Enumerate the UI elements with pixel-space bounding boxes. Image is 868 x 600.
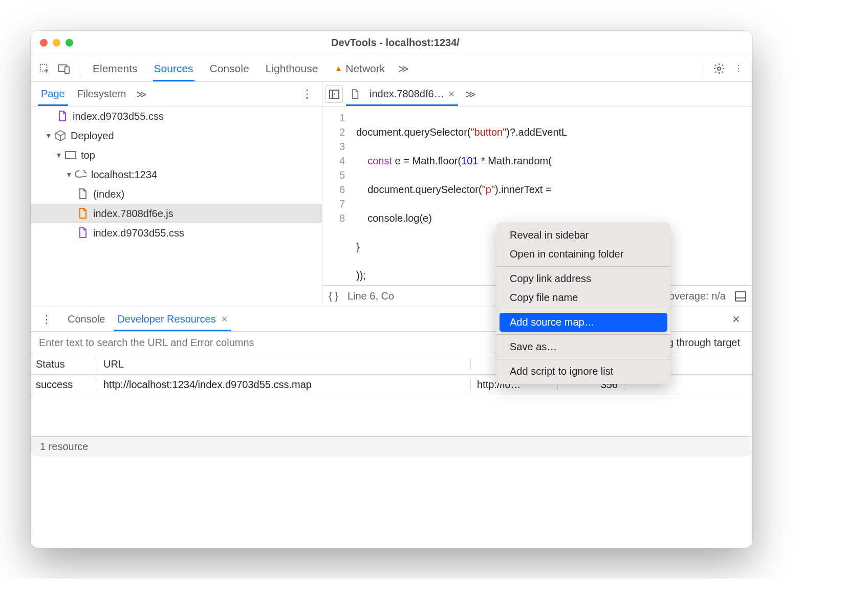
ctx-add-source-map[interactable]: Add source map…: [500, 313, 667, 332]
dock-icon[interactable]: [735, 291, 746, 302]
drawer-tab-console[interactable]: Console: [61, 307, 111, 331]
tree-host[interactable]: ▼ localhost:1234: [31, 165, 322, 184]
maximize-window[interactable]: [66, 39, 73, 47]
svg-rect-7: [735, 292, 746, 301]
filesystem-subtab[interactable]: Filesystem: [71, 82, 133, 106]
coverage-status: Coverage: n/a: [661, 290, 726, 302]
tree-top[interactable]: ▼ top: [31, 145, 322, 165]
toggle-navigator-icon[interactable]: [326, 85, 343, 103]
tab-lighthouse[interactable]: Lighthouse: [258, 55, 326, 81]
file-tree: index.d9703d55.css ▼ Deployed ▼ top ▼ lo…: [31, 106, 322, 307]
traffic-lights: [40, 39, 73, 47]
ctx-open-folder[interactable]: Open in containing folder: [500, 245, 667, 264]
ctx-copy-filename[interactable]: Copy file name: [500, 288, 667, 307]
drawer-menu-icon[interactable]: ⋮: [36, 313, 57, 326]
svg-rect-2: [65, 67, 69, 73]
minimize-window[interactable]: [53, 39, 60, 47]
tab-elements[interactable]: Elements: [85, 55, 145, 81]
tree-js-file[interactable]: index.7808df6e.js: [31, 204, 322, 223]
close-tab-icon[interactable]: ×: [448, 88, 455, 101]
ctx-ignore-list[interactable]: Add script to ignore list: [500, 362, 667, 381]
cursor-position: Line 6, Co: [348, 290, 394, 302]
tree-file-css-top[interactable]: index.d9703d55.css: [31, 106, 322, 126]
inspect-icon[interactable]: [36, 60, 53, 77]
more-file-tabs-icon[interactable]: ≫: [461, 88, 480, 100]
tab-console[interactable]: Console: [203, 55, 256, 81]
svg-rect-4: [66, 152, 76, 159]
tree-index[interactable]: (index): [31, 184, 322, 204]
format-icon[interactable]: { }: [329, 290, 338, 302]
ctx-save-as[interactable]: Save as…: [500, 337, 667, 356]
col-url[interactable]: URL: [97, 358, 471, 370]
gutter: 12345678: [322, 106, 351, 285]
file-tab-index-js[interactable]: index.7808df6… ×: [344, 82, 460, 106]
page-subtab[interactable]: Page: [35, 82, 71, 106]
drawer-footer: 1 resource: [31, 436, 752, 457]
close-drawer-tab-icon: ×: [222, 313, 228, 325]
ctx-reveal-sidebar[interactable]: Reveal in sidebar: [500, 226, 667, 245]
window-title: DevTools - localhost:1234/: [73, 37, 718, 49]
tab-sources[interactable]: Sources: [147, 55, 201, 81]
tree-css-file[interactable]: index.d9703d55.css: [31, 223, 322, 243]
col-status[interactable]: Status: [31, 358, 97, 370]
navigator-more-icon[interactable]: ≫: [132, 88, 151, 100]
tree-deployed[interactable]: ▼ Deployed: [31, 126, 322, 145]
context-menu: Reveal in sidebar Open in containing fol…: [496, 223, 670, 384]
navigator-menu-icon[interactable]: ⋮: [296, 88, 318, 101]
svg-point-3: [718, 67, 721, 70]
ctx-copy-link[interactable]: Copy link address: [500, 269, 667, 288]
drawer-tab-dev-resources[interactable]: Developer Resources ×: [111, 307, 233, 331]
device-toggle-icon[interactable]: [55, 60, 73, 77]
navigator-pane: Page Filesystem ≫ ⋮ index.d9703d55.css ▼…: [31, 82, 322, 307]
titlebar: DevTools - localhost:1234/: [31, 31, 752, 55]
tab-network[interactable]: Network: [327, 55, 392, 81]
more-tabs-icon[interactable]: ≫: [394, 62, 413, 75]
kebab-menu-icon[interactable]: ⋮: [730, 60, 747, 77]
close-drawer-icon[interactable]: ×: [725, 311, 747, 327]
main-toolbar: Elements Sources Console Lighthouse Netw…: [31, 55, 752, 82]
settings-icon[interactable]: [710, 60, 728, 77]
close-window[interactable]: [40, 39, 48, 47]
devtools-window: DevTools - localhost:1234/ Elements Sour…: [31, 31, 752, 548]
